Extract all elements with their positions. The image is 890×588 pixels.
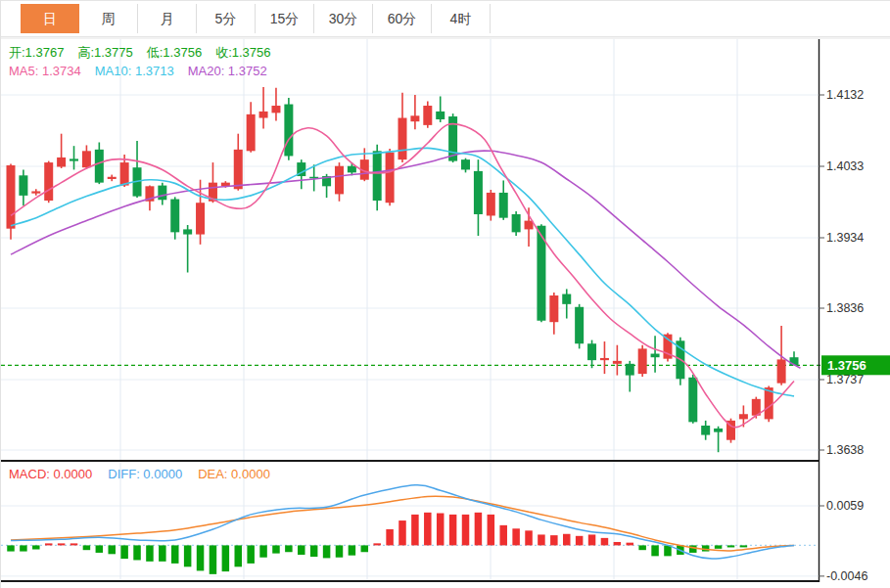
macd-bar <box>588 534 596 545</box>
candle-body <box>196 203 205 234</box>
dea-label: DEA: 0.0000 <box>198 467 270 481</box>
macd-bar <box>638 545 646 550</box>
macd-bar <box>298 545 305 555</box>
candle-body <box>373 151 382 201</box>
candle-body <box>613 361 622 364</box>
macd-bar <box>83 545 91 550</box>
candle-body <box>348 166 356 173</box>
candle-body <box>512 214 521 232</box>
candle-body <box>158 186 166 201</box>
candle-body <box>247 114 256 151</box>
candle-body <box>701 426 710 435</box>
candle-body <box>562 294 571 304</box>
macd-bar <box>323 545 331 558</box>
macd-bar <box>538 534 545 545</box>
candle-body <box>461 159 470 169</box>
macd-bar <box>108 545 116 554</box>
macd-bar <box>651 545 659 556</box>
tab-60min[interactable]: 60分 <box>373 4 432 33</box>
macd-bar <box>361 545 369 552</box>
candle-body <box>31 191 40 193</box>
tab-4hour[interactable]: 4时 <box>432 4 491 33</box>
candle-body <box>7 165 16 229</box>
candle-body <box>170 200 179 233</box>
macd-bar <box>184 545 192 566</box>
macd-bar <box>411 515 419 546</box>
candle-body <box>499 193 508 218</box>
macd-bar <box>488 515 495 546</box>
macd-tick-label: 0.0059 <box>826 499 864 513</box>
macd-bar <box>601 538 609 546</box>
macd-bar <box>235 545 243 566</box>
macd-legend: MACD: 0.0000DIFF: 0.0000DEA: 0.0000 <box>9 467 286 481</box>
tab-week[interactable]: 周 <box>79 4 138 33</box>
candle-body <box>549 295 558 322</box>
candlestick-macd-chart[interactable]: 1.41321.40331.39341.38361.37371.36380.00… <box>1 37 890 588</box>
ma10-legend: MA10: 1.3713 <box>95 64 174 78</box>
ma20-legend: MA20: 1.3752 <box>188 64 267 78</box>
tab-month[interactable]: 月 <box>138 4 197 33</box>
macd_text-label: MACD: 0.0000 <box>9 467 92 481</box>
macd-bar <box>550 535 558 545</box>
macd-bar <box>563 534 571 546</box>
candle-body <box>44 162 53 201</box>
tab-5min[interactable]: 5分 <box>197 4 256 33</box>
trading-chart-window: 日周月5分15分30分60分4时 1.41321.40331.39341.383… <box>0 0 890 588</box>
macd-tick-label: -0.0046 <box>826 569 867 583</box>
candle-body <box>386 153 395 203</box>
macd-bar <box>272 545 280 553</box>
candle-body <box>638 348 647 374</box>
candle-body <box>626 364 634 376</box>
macd-bar <box>525 530 533 545</box>
candle-body <box>575 307 584 343</box>
candle-body <box>410 115 419 121</box>
gridlines <box>1 39 819 581</box>
price-tick-label: 1.3638 <box>826 443 864 457</box>
macd-bar <box>222 545 230 571</box>
ma-values-row: MA5: 1.3734MA10: 1.3713MA20: 1.3752 <box>9 62 285 80</box>
candle-body <box>234 150 243 189</box>
macd-bar <box>398 520 406 545</box>
macd-bar <box>336 545 344 557</box>
price-tick-label: 1.3836 <box>826 301 864 315</box>
tab-15min[interactable]: 15分 <box>256 4 314 33</box>
macd-bar <box>437 514 445 546</box>
macd-bar <box>247 545 255 563</box>
candle-body <box>525 221 534 230</box>
macd-bar <box>715 545 723 548</box>
price-tick-label: 1.3934 <box>826 231 864 245</box>
macd-bar <box>133 545 141 560</box>
macd-bar <box>197 545 205 570</box>
macd-bar <box>259 545 267 557</box>
candle-body <box>108 177 117 179</box>
macd-bar <box>373 543 381 545</box>
macd-bar <box>727 545 735 547</box>
macd-bar <box>70 543 78 545</box>
macd-bar <box>449 515 457 546</box>
macd-bar <box>627 543 634 546</box>
ohlc-value: 高:1.3775 <box>77 45 132 60</box>
macd-bar <box>96 545 104 553</box>
candle-body <box>259 112 268 118</box>
macd-bar <box>614 542 622 545</box>
chart-area[interactable]: 1.41321.40331.39341.38361.37371.36380.00… <box>1 37 890 588</box>
candle-body <box>600 358 609 360</box>
ma5-legend: MA5: 1.3734 <box>9 64 81 78</box>
macd-bar <box>45 543 53 545</box>
ohlc-value: 收:1.3756 <box>215 45 270 60</box>
macd-bar <box>120 545 127 559</box>
macd-bar <box>740 545 748 547</box>
tab-day[interactable]: 日 <box>21 4 79 33</box>
candle-body <box>688 378 697 423</box>
macd-bar <box>7 545 15 551</box>
ohlc-values-row: 开:1.3767高:1.3775低:1.3756收:1.3756 <box>9 43 285 62</box>
candle-body <box>82 151 91 167</box>
macd-bar <box>210 545 217 573</box>
macd-bar <box>475 513 483 546</box>
tab-30min[interactable]: 30分 <box>314 4 373 33</box>
candle-body <box>474 171 483 214</box>
period-tab-bar: 日周月5分15分30分60分4时 <box>1 0 890 37</box>
macd-bar <box>386 529 394 545</box>
price-axis-labels: 1.41321.40331.39341.38361.37371.36380.00… <box>819 88 867 583</box>
macd-bar <box>349 545 356 555</box>
